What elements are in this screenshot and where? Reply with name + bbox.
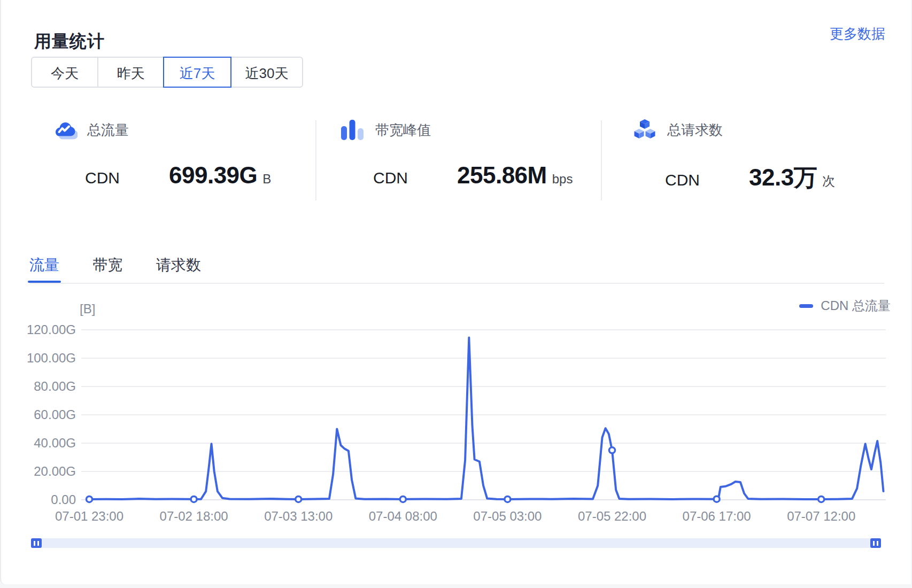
x-axis-label: 07-04 08:00 <box>369 509 437 523</box>
cloud-trend-icon <box>52 117 78 143</box>
data-point-marker[interactable] <box>87 496 92 502</box>
data-point-marker[interactable] <box>714 496 720 502</box>
datazoom-track[interactable] <box>31 538 881 548</box>
stat-unit: bps <box>552 172 573 187</box>
divider <box>315 120 316 200</box>
y-axis-label: 0.00 <box>51 492 76 507</box>
range-tab-yesterday[interactable]: 昨天 <box>97 57 164 88</box>
usage-statistics-panel: 用量统计 更多数据 今天 昨天 近7天 近30天 总流量 CDN 699.39G… <box>0 0 911 584</box>
data-point-marker[interactable] <box>400 496 406 502</box>
data-point-marker[interactable] <box>609 447 615 453</box>
x-axis-label: 07-02 18:00 <box>160 509 228 523</box>
range-tab-last7days[interactable]: 近7天 <box>163 57 231 88</box>
stat-card-total-traffic: 总流量 CDN 699.39G B <box>52 117 271 189</box>
stat-unit: B <box>262 172 271 187</box>
y-axis-label: 20.00G <box>34 464 76 478</box>
x-axis-label: 07-07 12:00 <box>787 509 855 523</box>
data-point-marker[interactable] <box>818 496 824 502</box>
tab-traffic[interactable]: 流量 <box>29 256 59 275</box>
y-axis-label: 120.00G <box>27 322 76 337</box>
stat-label: 带宽峰值 <box>375 121 431 140</box>
datazoom-left-handle[interactable] <box>31 538 42 548</box>
stat-label: 总流量 <box>87 121 129 140</box>
pause-bars-icon <box>33 541 40 546</box>
stat-value: 255.86M <box>457 162 547 189</box>
x-axis-label: 07-01 23:00 <box>55 509 123 523</box>
stat-unit: 次 <box>822 173 835 190</box>
range-tab-today[interactable]: 今天 <box>31 57 98 88</box>
x-axis-label: 07-06 17:00 <box>683 509 751 523</box>
tab-requests[interactable]: 请求数 <box>156 256 201 275</box>
page-title: 用量统计 <box>34 30 105 53</box>
range-tab-last30days[interactable]: 近30天 <box>230 57 303 88</box>
data-point-marker[interactable] <box>296 496 302 502</box>
stat-card-peak-bandwidth: 带宽峰值 CDN 255.86M bps <box>340 117 573 189</box>
x-axis-label: 07-05 22:00 <box>578 509 646 523</box>
datazoom-right-handle[interactable] <box>870 538 881 548</box>
y-axis-unit-label: [B] <box>80 301 95 316</box>
stat-value: 699.39G <box>169 162 257 189</box>
y-axis-label: 40.00G <box>34 436 76 450</box>
cdn-traffic-line[interactable] <box>89 338 884 499</box>
y-axis-label: 100.00G <box>27 351 76 365</box>
x-axis-label: 07-05 03:00 <box>473 509 542 523</box>
stat-value: 32.3万 <box>749 162 817 194</box>
x-axis-label: 07-03 13:00 <box>264 509 333 523</box>
more-data-link[interactable]: 更多数据 <box>830 25 885 43</box>
traffic-line-chart[interactable]: 120.00G100.00G80.00G60.00G40.00G20.00G0.… <box>1 291 912 537</box>
data-point-marker[interactable] <box>505 496 511 502</box>
requests-cubes-icon <box>632 117 658 143</box>
bandwidth-bars-icon <box>340 117 366 143</box>
stats-row: 总流量 CDN 699.39G B 带宽峰值 CDN 255.86M <box>1 110 912 206</box>
tab-bandwidth[interactable]: 带宽 <box>92 256 122 275</box>
y-axis-label: 80.00G <box>34 379 76 393</box>
y-axis-label: 60.00G <box>34 407 76 422</box>
stat-product: CDN <box>373 169 408 187</box>
stat-label: 总请求数 <box>667 121 723 140</box>
divider <box>601 120 602 200</box>
data-point-marker[interactable] <box>191 496 197 502</box>
stat-product: CDN <box>85 169 120 187</box>
stat-card-total-requests: 总请求数 CDN 32.3万 次 <box>632 117 835 194</box>
date-range-tabs: 今天 昨天 近7天 近30天 <box>31 57 303 88</box>
metric-tabs: 流量 带宽 请求数 <box>29 256 884 284</box>
stat-product: CDN <box>665 171 700 189</box>
pause-bars-icon <box>872 541 879 546</box>
